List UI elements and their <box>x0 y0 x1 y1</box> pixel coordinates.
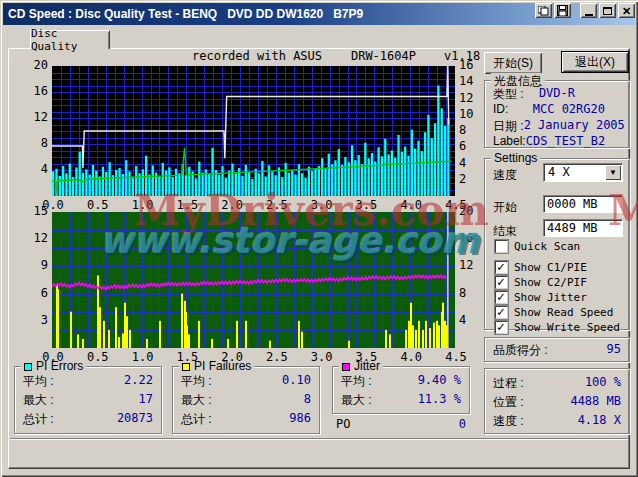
axis-tick-label: 1.0 <box>132 198 154 212</box>
end-position-field[interactable]: 4489 MB <box>543 219 623 237</box>
checkbox[interactable] <box>495 306 508 319</box>
po-value: 0 <box>459 417 466 431</box>
axis-tick-label: 16 <box>459 58 479 72</box>
axis-tick-label: 2.0 <box>221 350 243 364</box>
quick-scan-label: Quick Scan <box>514 240 580 253</box>
pi-failures-color-swatch <box>182 363 190 371</box>
disc-info-group: 光盘信息 类型 :DVD-R ID:MCC 02RG20 日期 :2 Janua… <box>484 80 630 148</box>
jitter-avg-value: 9.40 % <box>418 373 461 390</box>
pi-errors-stats-group: PI Errors 平均 :2.22 最大 :17 总计 :20873 <box>14 366 162 434</box>
axis-tick-label: 4.5 <box>445 350 467 364</box>
axis-tick-label: 0.0 <box>42 350 64 364</box>
axis-tick-label: 2.0 <box>221 198 243 212</box>
pif-max-value: 8 <box>304 392 311 409</box>
tab-disc-quality[interactable]: Disc Quality <box>30 30 110 49</box>
checkbox-row-show-jitter[interactable]: Show Jitter <box>495 291 587 304</box>
window-title: CD Speed : Disc Quality Test - BENQ DVD … <box>8 7 363 21</box>
settings-legend: Settings <box>491 151 540 165</box>
disc-label-label: Label: <box>493 134 526 148</box>
status-panel: 过程 :100 % 位置 :4488 MB 速度 :4.18 X <box>484 368 630 434</box>
checkbox[interactable] <box>495 291 508 304</box>
axis-tick-label: 6 <box>459 139 479 153</box>
pi-errors-color-swatch <box>24 363 32 371</box>
position-value: 4488 MB <box>570 394 621 411</box>
axis-tick-label: 12 <box>459 258 479 272</box>
checkbox[interactable] <box>495 321 508 334</box>
pi-errors-chart <box>52 66 455 196</box>
axis-tick-label: 2 <box>459 172 479 186</box>
axis-tick-label: 10 <box>459 107 479 121</box>
axis-tick-label: 2.5 <box>266 350 288 364</box>
speed-status-value: 4.18 X <box>578 413 621 430</box>
disc-date-label: 日期 : <box>493 118 524 135</box>
axis-tick-label: 12 <box>26 110 48 124</box>
progress-label: 过程 : <box>493 375 524 392</box>
axis-tick-label: 15 <box>26 204 48 218</box>
quick-scan-checkbox[interactable] <box>495 240 508 253</box>
pif-max-label: 最大 : <box>181 392 212 409</box>
pie-total-value: 20873 <box>117 411 153 428</box>
pi-failures-stats-group: PI Failures 平均 :0.10 最大 :8 总计 :986 <box>172 366 320 434</box>
settings-group: Settings 速度 4 X ▼ 开始 0000 MB 结束 4489 MB … <box>484 158 630 330</box>
axis-tick-label: 16 <box>459 231 479 245</box>
checkbox-row-show-c1-pie[interactable]: Show C1/PIE <box>495 261 587 274</box>
checkbox-label: Show Jitter <box>514 291 587 304</box>
checkbox[interactable] <box>495 276 508 289</box>
app-window: CD Speed : Disc Quality Test - BENQ DVD … <box>0 0 638 477</box>
start-button[interactable]: 开始(S) <box>484 52 542 74</box>
checkbox[interactable] <box>495 261 508 274</box>
axis-tick-label: 1.5 <box>176 350 198 364</box>
axis-tick-label: 12 <box>26 231 48 245</box>
checkbox-row-show-read-speed[interactable]: Show Read Speed <box>495 306 613 319</box>
axis-tick-label: 6 <box>26 286 48 300</box>
checkbox-row-show-c2-pif[interactable]: Show C2/PIF <box>495 276 587 289</box>
maximize-icon <box>603 7 612 15</box>
axis-tick-label: 4 <box>459 156 479 170</box>
axis-tick-label: 9 <box>26 258 48 272</box>
axis-tick-label: 4.0 <box>400 198 422 212</box>
axis-tick-label: 8 <box>459 286 479 300</box>
quality-score-value: 95 <box>607 342 621 359</box>
checkbox-label: Show Read Speed <box>514 306 613 319</box>
jitter-avg-label: 平均 : <box>341 373 372 390</box>
floppy-save-icon <box>557 5 568 16</box>
horizontal-divider <box>10 438 628 440</box>
chevron-down-icon[interactable]: ▼ <box>605 165 621 180</box>
quick-scan-checkbox-row[interactable]: Quick Scan <box>495 240 580 253</box>
save-screenshot-button[interactable] <box>554 3 571 18</box>
progress-value: 100 % <box>585 375 621 392</box>
speed-select[interactable]: 4 X ▼ <box>543 163 623 182</box>
minimize-icon <box>585 14 593 16</box>
axis-tick-label: 1.0 <box>132 350 154 364</box>
checkbox-label: Show C2/PIF <box>514 276 587 289</box>
disc-type-label: 类型 : <box>493 86 524 103</box>
speed-status-label: 速度 : <box>493 413 524 430</box>
po-row: PO 0 <box>336 417 466 431</box>
minimize-button[interactable] <box>580 3 597 18</box>
jitter-stats-group: Jitter 平均 :9.40 % 最大 :11.3 % <box>332 366 470 414</box>
axis-tick-label: 12 <box>459 91 479 105</box>
exit-button[interactable]: 退出(X) <box>562 52 628 72</box>
axis-tick-label: 3.5 <box>355 198 377 212</box>
axis-tick-label: 4.0 <box>400 350 422 364</box>
jitter-color-swatch <box>342 363 350 371</box>
pie-total-label: 总计 : <box>23 411 54 428</box>
checkbox-row-show-write-speed[interactable]: Show Write Speed <box>495 321 620 334</box>
quality-score-panel: 品质得分 : 95 <box>484 337 630 362</box>
copy-screenshot-button[interactable] <box>535 3 552 18</box>
close-button[interactable]: ✕ <box>618 3 635 18</box>
po-label: PO <box>336 417 350 431</box>
axis-tick-label: 4 <box>459 313 479 327</box>
start-position-field[interactable]: 0000 MB <box>543 195 623 213</box>
speed-label: 速度 <box>493 167 517 184</box>
axis-tick-label: 2.5 <box>266 198 288 212</box>
copy-icon <box>538 6 549 16</box>
pie-avg-label: 平均 : <box>23 373 54 390</box>
pif-avg-value: 0.10 <box>282 373 311 390</box>
maximize-button[interactable] <box>599 3 616 18</box>
checkbox-label: Show Write Speed <box>514 321 620 334</box>
axis-tick-label: 3 <box>26 313 48 327</box>
pie-max-value: 17 <box>139 392 153 409</box>
quality-score-label: 品质得分 : <box>493 342 548 359</box>
axis-tick-label: 4 <box>26 162 48 176</box>
